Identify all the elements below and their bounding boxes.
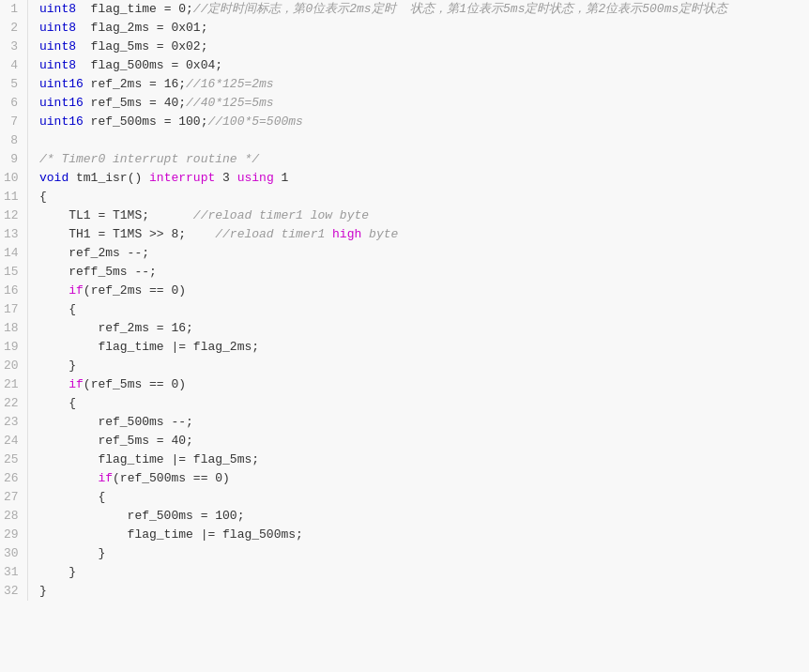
line-number: 1 [0,0,28,19]
token-plain: TH1 = T1MS >> 8; [39,227,186,241]
line-content: TH1 = T1MS >> 8; //reload timer1 high by… [28,225,809,244]
token-plain: { [39,302,76,316]
line-row: 15 reff_5ms --; [0,263,809,282]
token-keyword-type: void [39,171,69,185]
token-comment: //reload timer1 low byte [149,208,369,222]
token-plain: flag_500ms = 0x04; [76,58,222,72]
line-number: 10 [0,169,28,188]
line-number: 11 [0,188,28,206]
token-plain: { [39,190,47,204]
line-row: 18 ref_2ms = 16; [0,319,809,338]
token-comment: byte [361,227,398,241]
line-content: { [28,488,809,507]
line-row: 13 TH1 = T1MS >> 8; //reload timer1 high… [0,225,809,244]
line-row: 7uint16 ref_500ms = 100;//100*5=500ms [0,113,809,131]
line-number: 24 [0,432,28,451]
token-plain [39,283,69,298]
line-content: } [28,563,809,582]
token-isr-kw: if [69,283,84,298]
line-number: 19 [0,338,28,357]
line-number: 4 [0,56,28,75]
line-row: 23 ref_500ms --; [0,413,809,432]
line-content: ref_500ms = 100; [28,507,809,526]
line-number: 21 [0,375,28,394]
line-number: 5 [0,75,28,94]
token-isr-kw: if [69,377,84,391]
line-content: if(ref_2ms == 0) [28,282,809,300]
line-content [28,131,809,150]
line-content: void tm1_isr() interrupt 3 using 1 [28,169,809,188]
token-plain [39,377,69,391]
line-number: 25 [0,451,28,469]
line-row: 27 { [0,488,809,507]
line-number: 2 [0,19,28,38]
line-content: } [28,357,809,375]
line-number: 31 [0,563,28,582]
token-plain: ref_2ms = 16; [84,77,186,91]
token-plain: (ref_500ms == 0) [113,471,230,485]
line-row: 21 if(ref_5ms == 0) [0,375,809,394]
line-row: 19 flag_time |= flag_2ms; [0,338,809,357]
token-plain: } [39,565,76,579]
token-plain: { [39,396,76,410]
line-number: 14 [0,244,28,263]
token-plain: ref_500ms = 100; [39,509,244,523]
line-content: uint8 flag_time = 0;//定时时间标志，第0位表示2ms定时 … [28,0,809,19]
token-keyword-type: uint8 [39,21,76,35]
line-row: 29 flag_time |= flag_500ms; [0,526,809,544]
line-row: 24 ref_5ms = 40; [0,432,809,451]
token-plain: flag_time |= flag_5ms; [39,452,259,466]
token-comment: //16*125=2ms [186,77,274,91]
line-number: 27 [0,488,28,507]
line-number: 28 [0,507,28,526]
line-row: 31 } [0,563,809,582]
line-content: ref_500ms --; [28,413,809,432]
token-comment: //40*125=5ms [186,96,274,110]
line-content: uint8 flag_2ms = 0x01; [28,19,809,38]
line-number: 7 [0,113,28,131]
token-high-kw: high [332,227,361,241]
line-content: /* Timer0 interrupt routine */ [28,150,809,169]
line-content: { [28,394,809,413]
line-number: 20 [0,357,28,375]
code-container: 1uint8 flag_time = 0;//定时时间标志，第0位表示2ms定时… [0,0,809,672]
token-comment: //定时时间标志，第0位表示2ms定时 状态，第1位表示5ms定时状态，第2位表… [193,2,727,16]
token-comment: //reload timer1 [186,227,332,241]
token-keyword-type: uint8 [39,58,76,72]
line-content: ref_2ms = 16; [28,319,809,338]
token-plain: (ref_5ms == 0) [84,377,186,391]
line-content: TL1 = T1MS; //reload timer1 low byte [28,206,809,225]
line-row: 5uint16 ref_2ms = 16;//16*125=2ms [0,75,809,94]
line-number: 3 [0,38,28,56]
token-plain: ref_500ms = 100; [84,115,208,129]
token-plain: } [39,359,76,373]
line-row: 17 { [0,300,809,319]
line-row: 4uint8 flag_500ms = 0x04; [0,56,809,75]
token-isr-kw: if [98,471,113,485]
token-isr-kw: using [237,171,274,185]
line-row: 26 if(ref_500ms == 0) [0,469,809,488]
line-row: 22 { [0,394,809,413]
line-number: 12 [0,206,28,225]
token-plain: ref_5ms = 40; [84,96,186,110]
line-content: } [28,544,809,563]
line-content: } [28,582,809,601]
token-plain: 3 [215,171,237,185]
line-row: 25 flag_time |= flag_5ms; [0,451,809,469]
token-plain: (ref_2ms == 0) [84,283,186,298]
line-number: 16 [0,282,28,300]
token-plain [39,471,98,485]
line-row: 11{ [0,188,809,206]
line-number: 18 [0,319,28,338]
code-lines: 1uint8 flag_time = 0;//定时时间标志，第0位表示2ms定时… [0,0,809,601]
token-plain: flag_5ms = 0x02; [76,39,207,53]
token-keyword-type: uint16 [39,115,84,129]
token-plain: ref_5ms = 40; [39,434,193,448]
line-row: 3uint8 flag_5ms = 0x02; [0,38,809,56]
line-row: 14 ref_2ms --; [0,244,809,263]
line-row: 6uint16 ref_5ms = 40;//40*125=5ms [0,94,809,113]
token-plain: 1 [274,171,289,185]
line-content: uint8 flag_5ms = 0x02; [28,38,809,56]
line-content: uint16 ref_5ms = 40;//40*125=5ms [28,94,809,113]
line-row: 10void tm1_isr() interrupt 3 using 1 [0,169,809,188]
